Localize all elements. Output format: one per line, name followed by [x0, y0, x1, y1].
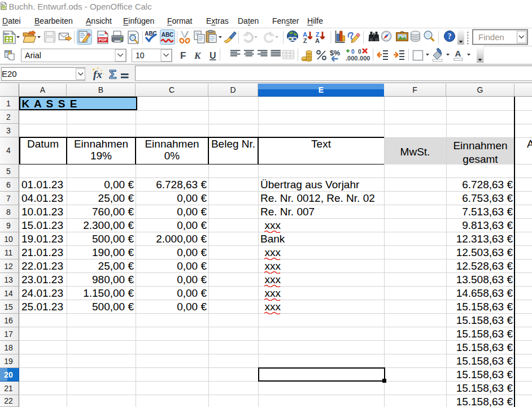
svg-text:Z: Z — [303, 37, 307, 44]
svg-text:A: A — [315, 37, 320, 44]
svg-text:K: K — [194, 50, 202, 61]
svg-text:$%: $% — [330, 49, 340, 57]
svg-text:ABC: ABC — [162, 32, 174, 38]
svg-text:PDF: PDF — [99, 37, 107, 42]
svg-text:F: F — [180, 50, 186, 61]
svg-text:10: 10 — [136, 51, 145, 60]
svg-text:.000: .000 — [358, 55, 370, 62]
svg-text:?: ? — [448, 32, 452, 41]
svg-text:Finden: Finden — [478, 32, 504, 42]
svg-text:Arial: Arial — [25, 51, 41, 60]
svg-text:fx: fx — [93, 68, 102, 80]
svg-text:Σ: Σ — [109, 67, 116, 81]
svg-text:U: U — [210, 51, 216, 60]
svg-text:A: A — [455, 49, 461, 58]
svg-text:.000: .000 — [346, 55, 357, 62]
svg-text:0: 0 — [358, 49, 361, 55]
svg-text:0: 0 — [351, 49, 355, 55]
